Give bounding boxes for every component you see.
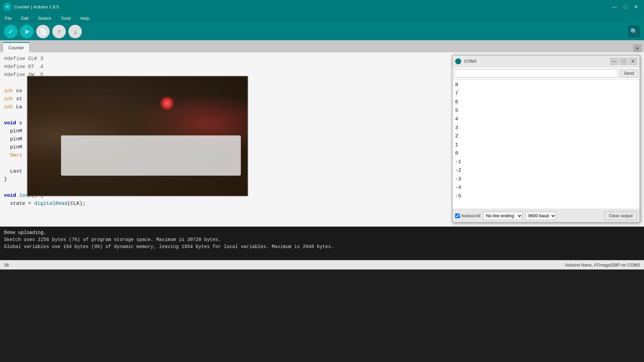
serial-line-1: 1	[455, 141, 637, 149]
console-area: Done uploading. Sketch uses 2256 bytes (…	[0, 227, 644, 260]
clear-output-button[interactable]: Clear output	[604, 212, 637, 220]
console-status: Done uploading.	[4, 229, 640, 236]
toolbar-search-area: 🔍	[628, 25, 640, 38]
serial-line-neg3: -3	[455, 175, 637, 184]
toolbar: ✓ ➤ 📄 ↑ ↓ 🔍	[0, 23, 644, 40]
serial-send-button[interactable]: Send	[620, 69, 638, 78]
status-board-info: Arduino Nano, ATmega328P on COM3	[565, 262, 640, 267]
tab-counter-label: Counter	[8, 45, 24, 50]
serial-input-field[interactable]	[454, 69, 618, 78]
serial-line-neg4: -4	[455, 183, 637, 192]
save-button[interactable]: ↓	[68, 25, 82, 38]
title-bar-left: ∞ Counter | Arduino 1.8.5	[3, 3, 59, 11]
serial-title-bar: COM3 — □ ✕	[452, 55, 640, 67]
serial-title-text: COM3	[464, 59, 477, 64]
autoscroll-label: Autoscroll	[461, 213, 480, 218]
serial-maximize-button[interactable]: □	[620, 58, 628, 65]
autoscroll-container: Autoscroll	[455, 213, 480, 218]
hardware-image-inner	[28, 76, 248, 196]
serial-line-2: 2	[455, 132, 637, 141]
upload-button[interactable]: ➤	[20, 25, 34, 38]
close-button[interactable]: ✕	[631, 3, 641, 10]
serial-title-left: COM3	[455, 58, 477, 64]
main-area: #define CLK 3 #define DT 4 #define SW 5 …	[0, 52, 644, 227]
open-button[interactable]: ↑	[52, 25, 66, 38]
autoscroll-checkbox[interactable]	[455, 214, 460, 218]
serial-line-8: 8	[455, 81, 637, 89]
baud-rate-dropdown[interactable]: 300 1200 2400 4800 9600 baud 19200 38400…	[525, 212, 556, 220]
search-button[interactable]: 🔍	[628, 25, 640, 38]
app-logo: ∞	[3, 3, 11, 11]
serial-footer: Autoscroll No line ending Newline Carria…	[452, 209, 640, 222]
serial-line-neg2: -2	[455, 166, 637, 175]
tab-counter[interactable]: Counter	[3, 42, 30, 52]
console-line-2: Global variables use 194 bytes (9%) of d…	[4, 243, 640, 250]
new-button[interactable]: 📄	[36, 25, 50, 38]
minimize-button[interactable]: —	[610, 3, 619, 10]
serial-line-0: 0	[455, 149, 637, 158]
serial-minimize-button[interactable]: —	[610, 58, 618, 65]
serial-logo	[455, 58, 461, 64]
serial-monitor: COM3 — □ ✕ Send 8 7 6 5 4 3 2 1 0 -1 -2 …	[452, 55, 640, 223]
serial-line-7: 7	[455, 89, 637, 98]
led-indicator	[160, 97, 174, 110]
status-bar: 38 Arduino Nano, ATmega328P on COM3	[0, 260, 644, 269]
maximize-button[interactable]: □	[621, 3, 630, 10]
serial-line-neg5: -5	[455, 192, 637, 201]
tab-dropdown-button[interactable]: ▾	[633, 44, 641, 52]
window-controls: — □ ✕	[610, 3, 641, 10]
serial-output[interactable]: 8 7 6 5 4 3 2 1 0 -1 -2 -3 -4 -5	[452, 79, 640, 209]
menu-sketch[interactable]: Sketch	[36, 15, 53, 21]
line-ending-dropdown[interactable]: No line ending Newline Carriage return B…	[483, 212, 523, 220]
serial-line-4: 4	[455, 115, 637, 124]
hardware-image	[27, 76, 248, 196]
tab-bar: Counter ▾	[0, 40, 644, 52]
serial-line-6: 6	[455, 98, 637, 107]
menu-edit[interactable]: Edit	[19, 15, 31, 21]
breadboard	[61, 135, 241, 176]
serial-close-button[interactable]: ✕	[629, 58, 637, 65]
serial-title-controls: — □ ✕	[610, 58, 637, 65]
menu-help[interactable]: Help	[78, 15, 91, 21]
title-bar: ∞ Counter | Arduino 1.8.5 — □ ✕	[0, 0, 644, 13]
window-title: Counter | Arduino 1.8.5	[14, 4, 59, 9]
menu-tools[interactable]: Tools	[59, 15, 73, 21]
serial-input-area: Send	[452, 67, 640, 79]
verify-button[interactable]: ✓	[4, 25, 17, 38]
serial-line-3: 3	[455, 124, 637, 132]
console-line-1: Sketch uses 2256 bytes (7%) of program s…	[4, 236, 640, 243]
status-line-number: 38	[4, 262, 9, 267]
menu-file[interactable]: File	[3, 15, 14, 21]
serial-line-5: 5	[455, 107, 637, 115]
serial-line-neg1: -1	[455, 158, 637, 167]
menu-bar: File Edit Sketch Tools Help	[0, 13, 644, 23]
